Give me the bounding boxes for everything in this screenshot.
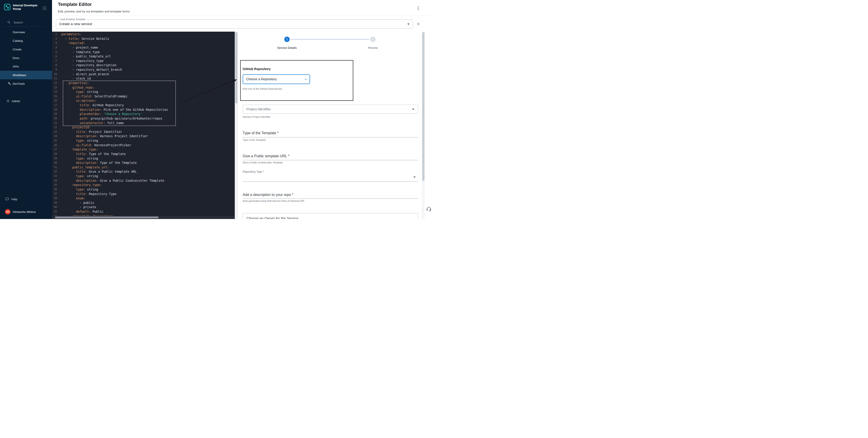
code-line: 12 properties: <box>52 81 235 86</box>
repository-type-underline[interactable] <box>243 181 418 182</box>
code-line: 30 description: Type of the Template <box>52 161 235 165</box>
code-line: 9 - repository_default_branch <box>52 68 235 72</box>
code-line: 29 type: string <box>52 157 235 161</box>
dropdown-caret-icon[interactable] <box>413 176 416 178</box>
repository-type-label: Repository Type * <box>243 170 264 173</box>
step-1-indicator[interactable]: 1 <box>284 37 290 42</box>
step-2-indicator[interactable]: 2 <box>370 37 376 42</box>
public-url-helper: Give a Public Cookiecutter Template <box>243 161 283 164</box>
sidebar-item-admin[interactable]: Admin <box>0 98 52 104</box>
sidebar-search[interactable]: Search <box>0 19 52 26</box>
horizontal-scrollbar-thumb[interactable] <box>55 216 158 218</box>
code-line: 3 required: <box>52 41 235 45</box>
admin-label: Admin <box>12 99 20 103</box>
code-line: 27 template_type: <box>52 147 235 152</box>
sidebar-item-label: Docs <box>13 56 20 60</box>
vertical-scrollbar-thumb[interactable] <box>235 32 238 103</box>
sidebar-item-label: Workflows <box>13 73 26 77</box>
code-line: 7 - repository_type <box>52 59 235 63</box>
code-line: 20 path: proxy/github-api/users/OrkoHunt… <box>52 116 235 121</box>
public-url-field[interactable]: Give a Public template URL * <box>243 154 289 158</box>
help-bubble-icon <box>5 197 9 201</box>
sidebar-item-create[interactable]: Create <box>0 45 52 54</box>
code-line: 33 type: string <box>52 174 235 178</box>
sidebar-item-overview[interactable]: Overview <box>0 28 52 36</box>
sidebar-item-catalog[interactable]: Catalog <box>0 36 52 45</box>
chevron-down-icon <box>304 78 307 81</box>
code-line: 15 ui:field: SelectFieldFromApi <box>52 94 235 99</box>
code-line: 40 - private <box>52 205 235 209</box>
repo-description-underline <box>243 198 418 199</box>
code-line: 26 ui:field: HarnessProjectPicker <box>52 143 235 147</box>
code-line: 24 description: Harness Project Identifi… <box>52 134 235 139</box>
sidebar-item-label: Overview <box>13 31 25 34</box>
kebab-menu-icon[interactable] <box>416 5 420 11</box>
public-url-underline <box>243 160 418 160</box>
page-header: Template Editor Edit, preview, and try o… <box>52 0 434 16</box>
github-repo-helper: Pick one of the GitHub Repositories <box>243 88 282 90</box>
sidebar-item-devtools[interactable]: DevTools <box>0 79 52 88</box>
brand: Internal Developer Portal <box>4 4 37 11</box>
code-line: 31 public_template_url: <box>52 165 235 170</box>
user-name: Himanshu Mishra <box>13 210 35 213</box>
close-icon <box>416 22 421 26</box>
page-title: Template Editor <box>58 2 92 7</box>
project-identifier-value: Project Identifier <box>246 105 271 113</box>
dropdown-caret-icon <box>412 109 414 110</box>
help-label: Help <box>11 198 18 201</box>
wrench-icon <box>8 82 11 86</box>
code-line: 18 description: Pick one of the GitHub R… <box>52 108 235 112</box>
owner-select-label: Choose an Owner for the Service <box>247 216 298 219</box>
close-button[interactable] <box>416 22 421 27</box>
template-type-field[interactable]: Type of the Template * <box>243 131 279 135</box>
editor-horizontal-scrollbar[interactable] <box>52 216 235 219</box>
code-line: 8 - repositoty_description <box>52 63 235 68</box>
github-repo-select-value: Choose a Repository <box>246 75 277 83</box>
panel-vertical-scrollbar[interactable] <box>422 32 425 219</box>
code-line: 14 type: string <box>52 90 235 94</box>
code-line: 17 title: GitHub Repository <box>52 103 235 108</box>
code-line: 21 valueSelector: full_name <box>52 121 235 126</box>
code-line: 2 - title: Service Details <box>52 37 235 41</box>
sidebar-item-help[interactable]: Help <box>0 196 52 202</box>
sidebar-item-docs[interactable]: Docs <box>0 54 52 62</box>
load-template-value: Create a new service <box>59 20 92 28</box>
code-line: 22 projectId: <box>52 125 235 130</box>
project-identifier-select[interactable]: Project Identifier <box>243 105 418 114</box>
code-line: 16 ui:options: <box>52 99 235 103</box>
sidebar-item-apis[interactable]: APIs <box>0 62 52 71</box>
sidebar: Internal Developer Portal Search Overvie… <box>0 0 52 219</box>
code-editor[interactable]: 1parameters:2 - title: Service Details3 … <box>52 32 235 219</box>
load-template-select[interactable]: Load Existing Template Create a new serv… <box>56 20 413 29</box>
sidebar-item-workflows[interactable]: Workflows <box>0 71 52 79</box>
code-line: 34 description: Give a Public Cookiecutt… <box>52 178 235 183</box>
panel-scrollbar-thumb[interactable] <box>422 32 425 181</box>
template-type-helper: Type of the Template <box>243 139 266 141</box>
page-subtitle: Edit, preview, and try out templates and… <box>58 10 130 13</box>
code-line: 11 - slack_id <box>52 76 235 81</box>
brand-line2: Portal <box>13 7 37 11</box>
sidebar-item-label: DevTools <box>13 82 25 86</box>
sidebar-item-label: APIs <box>13 65 19 68</box>
stepper-connector <box>290 39 369 39</box>
template-type-underline <box>243 137 418 137</box>
apps-grid-icon[interactable] <box>42 6 46 10</box>
code-line: 23 title: Project Identifier <box>52 130 235 134</box>
code-line: 6 - public_template_url <box>52 54 235 59</box>
code-line: 25 type: string <box>52 139 235 143</box>
user-menu[interactable]: HM Himanshu Mishra <box>0 209 52 215</box>
code-line: 1parameters: <box>52 32 235 37</box>
owner-select[interactable]: Choose an Owner for the Service <box>243 213 418 219</box>
code-line: 41 default: Public <box>52 209 235 214</box>
code-line: 35 repository_type: <box>52 183 235 188</box>
code-line: 37 title: Repository Type <box>52 192 235 196</box>
editor-vertical-scrollbar[interactable] <box>235 32 238 219</box>
support-chat-icon[interactable] <box>426 206 432 212</box>
repo-description-field[interactable]: Add a description to your repo * <box>243 193 293 197</box>
step-2-label: Review <box>355 46 391 49</box>
code-line: 13 github_repo: <box>52 86 235 90</box>
code-line: 19 placeholder: 'Choose a Repository' <box>52 112 235 116</box>
code-line: 32 title: Give a Public template URL <box>52 169 235 174</box>
step-1-label: Service Details <box>269 46 305 49</box>
github-repo-select[interactable]: Choose a Repository <box>243 74 310 84</box>
